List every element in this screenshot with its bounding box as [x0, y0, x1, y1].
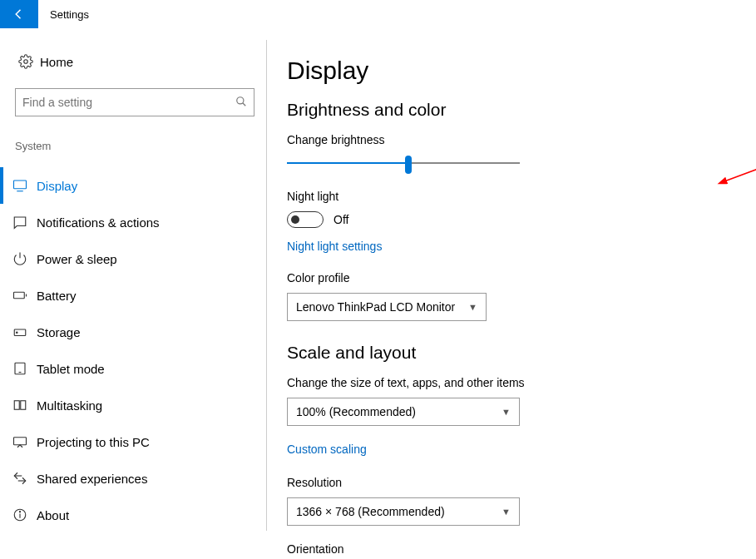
page-title: Display — [287, 57, 756, 85]
sidebar-item-multitasking[interactable]: Multitasking — [0, 387, 250, 423]
search-icon — [235, 96, 247, 110]
sidebar-item-label: Shared experiences — [37, 472, 147, 486]
night-light-settings-link[interactable]: Night light settings — [287, 240, 382, 253]
power-icon — [3, 251, 37, 266]
svg-line-2 — [243, 102, 246, 106]
sidebar-item-about[interactable]: About — [0, 497, 250, 533]
resolution-label: Resolution — [287, 476, 756, 489]
sidebar-item-shared[interactable]: Shared experiences — [0, 460, 250, 497]
sidebar-item-label: Storage — [37, 325, 81, 339]
storage-icon — [3, 324, 37, 339]
custom-scaling-link[interactable]: Custom scaling — [287, 443, 367, 456]
svg-point-19 — [19, 512, 20, 512]
slider-fill — [287, 162, 408, 164]
multitasking-icon — [3, 398, 37, 413]
svg-rect-14 — [14, 438, 27, 445]
search-input[interactable] — [22, 96, 235, 109]
dropdown-value: Lenovo ThinkPad LCD Monitor — [296, 300, 455, 314]
night-light-label: Night light — [287, 190, 756, 203]
section-brightness: Brightness and color — [287, 100, 756, 120]
color-profile-dropdown[interactable]: Lenovo ThinkPad LCD Monitor ▼ — [287, 293, 487, 321]
sidebar-item-display[interactable]: Display — [0, 167, 250, 204]
sidebar-item-label: Display — [37, 179, 77, 193]
shared-icon — [3, 471, 37, 486]
content-pane: Display Brightness and color Change brig… — [266, 40, 756, 531]
svg-point-9 — [17, 332, 18, 334]
window-title: Settings — [50, 8, 89, 21]
sidebar-item-label: Multitasking — [37, 398, 102, 413]
battery-icon — [3, 288, 37, 303]
night-light-state: Off — [334, 213, 348, 226]
scale-dropdown[interactable]: 100% (Recommended) ▼ — [287, 398, 520, 426]
chevron-down-icon: ▼ — [502, 507, 511, 517]
sidebar-item-notifications[interactable]: Notifications & actions — [0, 204, 250, 240]
gear-icon — [15, 54, 37, 69]
sidebar-item-label: Projecting to this PC — [37, 435, 150, 449]
svg-point-1 — [237, 96, 244, 103]
display-icon — [3, 178, 37, 193]
sidebar-item-label: Power & sleep — [37, 252, 117, 266]
color-profile-label: Color profile — [287, 271, 756, 284]
brightness-slider[interactable] — [287, 155, 520, 171]
svg-rect-12 — [14, 401, 19, 410]
svg-rect-6 — [14, 292, 25, 299]
sidebar-category: System — [15, 140, 266, 152]
sidebar-item-storage[interactable]: Storage — [0, 314, 250, 350]
chevron-down-icon: ▼ — [468, 302, 477, 312]
arrow-left-icon — [12, 7, 27, 22]
scale-label: Change the size of text, apps, and other… — [287, 376, 756, 389]
sidebar-item-battery[interactable]: Battery — [0, 277, 250, 314]
sidebar-home[interactable]: Home — [15, 45, 266, 78]
sidebar-item-tablet[interactable]: Tablet mode — [0, 350, 250, 387]
about-icon — [3, 507, 37, 522]
toggle-knob — [291, 215, 299, 224]
slider-thumb[interactable] — [405, 156, 412, 174]
orientation-label: Orientation — [287, 542, 756, 556]
search-input-wrap[interactable] — [15, 88, 254, 116]
svg-point-0 — [24, 60, 28, 64]
sidebar-item-power[interactable]: Power & sleep — [0, 240, 250, 277]
chevron-down-icon: ▼ — [502, 407, 511, 417]
dropdown-value: 1366 × 768 (Recommended) — [296, 505, 445, 518]
night-light-toggle[interactable] — [287, 211, 324, 228]
back-button[interactable] — [0, 0, 38, 28]
sidebar-item-label: About — [37, 508, 69, 522]
tablet-icon — [3, 361, 37, 376]
sidebar-item-label: Notifications & actions — [37, 215, 160, 230]
sidebar: Home System Display Notifications & acti… — [0, 28, 266, 533]
svg-rect-3 — [14, 181, 27, 189]
brightness-label: Change brightness — [287, 133, 756, 146]
sidebar-item-label: Tablet mode — [37, 362, 105, 376]
sidebar-item-label: Battery — [37, 289, 77, 303]
svg-rect-13 — [21, 401, 26, 410]
dropdown-value: 100% (Recommended) — [296, 405, 416, 418]
notifications-icon — [3, 215, 37, 230]
section-scale: Scale and layout — [287, 343, 756, 363]
projecting-icon — [3, 434, 37, 449]
sidebar-home-label: Home — [40, 55, 73, 69]
resolution-dropdown[interactable]: 1366 × 768 (Recommended) ▼ — [287, 497, 520, 526]
sidebar-item-projecting[interactable]: Projecting to this PC — [0, 423, 250, 460]
